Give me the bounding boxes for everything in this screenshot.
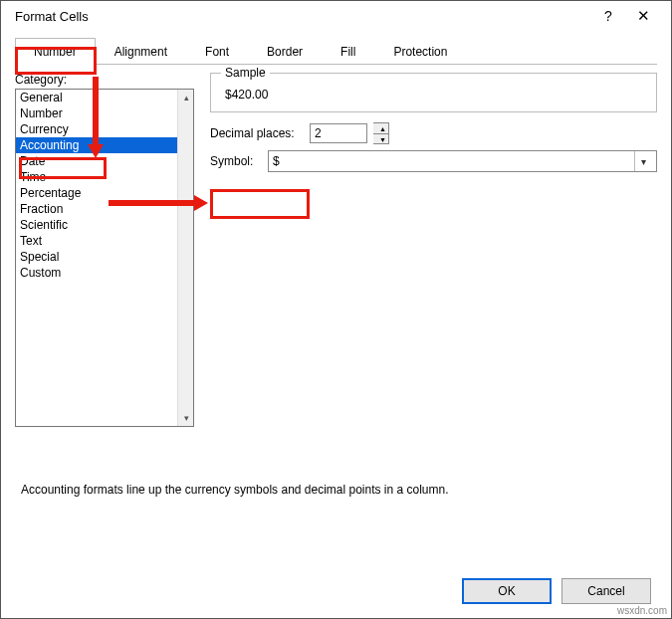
arrow-annotation (93, 77, 99, 146)
tab-number[interactable]: Number (15, 38, 96, 65)
symbol-dropdown[interactable]: $ ▾ (268, 150, 657, 172)
category-label: Category: (15, 73, 194, 87)
tab-border[interactable]: Border (248, 38, 322, 65)
ok-button[interactable]: OK (462, 578, 552, 604)
tab-fill[interactable]: Fill (322, 38, 374, 65)
symbol-row: Symbol: $ ▾ (210, 150, 657, 172)
list-item[interactable]: Custom (16, 265, 177, 281)
close-button[interactable]: ✕ (623, 7, 663, 25)
tab-strip: Number Alignment Font Border Fill Protec… (15, 37, 657, 65)
arrow-annotation (109, 200, 196, 206)
decimal-label: Decimal places: (210, 126, 304, 140)
arrow-down-icon (88, 144, 104, 158)
titlebar: Format Cells ? ✕ (1, 1, 671, 27)
tab-protection[interactable]: Protection (374, 38, 466, 65)
sample-value: $420.00 (225, 88, 646, 102)
decimal-input[interactable]: 2 (310, 123, 367, 143)
decimal-row: Decimal places: 2 ▲ ▼ (210, 122, 657, 144)
dialog-buttons: OK Cancel (462, 578, 651, 604)
tab-alignment[interactable]: Alignment (96, 38, 186, 65)
scroll-down-icon[interactable]: ▾ (178, 410, 194, 426)
watermark: wsxdn.com (617, 605, 667, 616)
tab-content: Category: General Number Currency Accoun… (1, 65, 671, 435)
category-listbox[interactable]: General Number Currency Accounting Date … (15, 89, 194, 427)
decimal-spinner: ▲ ▼ (373, 122, 389, 144)
sample-label: Sample (221, 66, 270, 80)
arrow-right-icon (194, 195, 208, 211)
tab-font[interactable]: Font (186, 38, 248, 65)
list-item[interactable]: Percentage (16, 185, 177, 201)
chevron-down-icon[interactable]: ▾ (634, 151, 652, 171)
settings-panel: Sample $420.00 Decimal places: 2 ▲ ▼ Sym… (210, 73, 657, 427)
list-item[interactable]: Special (16, 249, 177, 265)
format-description: Accounting formats line up the currency … (21, 483, 651, 497)
scrollbar[interactable]: ▴ ▾ (177, 90, 193, 426)
cancel-button[interactable]: Cancel (561, 578, 651, 604)
list-item[interactable]: Scientific (16, 217, 177, 233)
list-item[interactable]: Time (16, 169, 177, 185)
sample-group: Sample $420.00 (210, 73, 657, 112)
symbol-label: Symbol: (210, 154, 262, 168)
spin-down-button[interactable]: ▼ (373, 133, 388, 143)
help-button[interactable]: ? (593, 8, 623, 24)
category-panel: Category: General Number Currency Accoun… (15, 73, 194, 427)
window-title: Format Cells (15, 9, 593, 24)
scroll-up-icon[interactable]: ▴ (178, 90, 194, 105)
spin-up-button[interactable]: ▲ (373, 123, 388, 133)
symbol-value: $ (273, 154, 280, 168)
list-item[interactable]: Text (16, 233, 177, 249)
